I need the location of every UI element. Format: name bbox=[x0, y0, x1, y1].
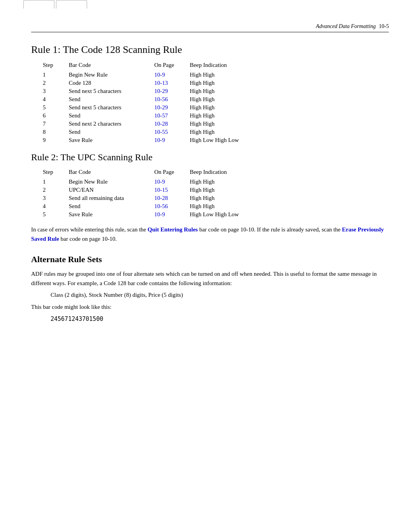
rule2-step-2: 2 bbox=[43, 186, 69, 194]
alternate-rule-sets-title: Alternate Rule Sets bbox=[31, 254, 389, 264]
table-row: 7 Send next 2 characters 10-28 High High bbox=[43, 120, 254, 128]
tab-decorations bbox=[23, 0, 87, 9]
rule2-barcode-1: Begin New Rule bbox=[69, 178, 154, 186]
rule1-col-beep: Beep Indication bbox=[190, 61, 254, 71]
rule1-onpage-7: 10-28 bbox=[154, 120, 190, 128]
rule1-step-4: 4 bbox=[43, 95, 69, 103]
rule1-step-3: 3 bbox=[43, 87, 69, 95]
rule1-barcode-9: Save Rule bbox=[69, 136, 154, 144]
rule1-barcode-6: Send bbox=[69, 112, 154, 120]
rule1-table: Step Bar Code On Page Beep Indication 1 … bbox=[43, 61, 254, 144]
rule1-header-row: Step Bar Code On Page Beep Indication bbox=[43, 61, 254, 71]
rule1-onpage-4: 10-56 bbox=[154, 95, 190, 103]
rule1-onpage-6: 10-57 bbox=[154, 112, 190, 120]
rule1-onpage-9: 10-9 bbox=[154, 136, 190, 144]
rule1-barcode-3: Send next 5 characters bbox=[69, 87, 154, 95]
rule1-barcode-5: Send next 5 characters bbox=[69, 103, 154, 112]
rule2-step-3: 3 bbox=[43, 194, 69, 202]
rule1-col-onpage: On Page bbox=[154, 61, 190, 71]
rule2-onpage-5: 10-9 bbox=[154, 210, 190, 219]
rule1-beep-1: High High bbox=[190, 71, 254, 79]
rule2-beep-1: High High bbox=[190, 178, 254, 186]
table-row: 4 Send 10-56 High High bbox=[43, 95, 254, 103]
header-page: 10-5 bbox=[379, 23, 389, 30]
page: Advanced Data Formatting 10-5 Rule 1: Th… bbox=[0, 0, 420, 350]
rule2-beep-5: High Low High Low bbox=[190, 210, 254, 219]
rule1-beep-3: High High bbox=[190, 87, 254, 95]
rule1-step-2: 2 bbox=[43, 79, 69, 87]
rule1-onpage-3: 10-29 bbox=[154, 87, 190, 95]
rule2-onpage-1: 10-9 bbox=[154, 178, 190, 186]
example-code: 245671243701500 bbox=[51, 315, 389, 322]
table-row: 5 Send next 5 characters 10-29 High High bbox=[43, 103, 254, 112]
rule1-onpage-8: 10-55 bbox=[154, 128, 190, 136]
rule1-barcode-7: Send next 2 characters bbox=[69, 120, 154, 128]
table-row: 8 Send 10-55 High High bbox=[43, 128, 254, 136]
rule1-beep-6: High High bbox=[190, 112, 254, 120]
rule1-step-7: 7 bbox=[43, 120, 69, 128]
rule2-col-barcode: Bar Code bbox=[69, 168, 154, 178]
table-row: 2 Code 128 10-13 High High bbox=[43, 79, 254, 87]
rule2-barcode-5: Save Rule bbox=[69, 210, 154, 219]
rule1-beep-5: High High bbox=[190, 103, 254, 112]
rule2-beep-2: High High bbox=[190, 186, 254, 194]
rule2-col-step: Step bbox=[43, 168, 69, 178]
alternate-rule-sets-description: ADF rules may be grouped into one of fou… bbox=[31, 269, 389, 288]
rule1-beep-7: High High bbox=[190, 120, 254, 128]
rule2-col-onpage: On Page bbox=[154, 168, 190, 178]
table-row: 1 Begin New Rule 10-9 High High bbox=[43, 71, 254, 79]
rule1-step-8: 8 bbox=[43, 128, 69, 136]
error-before-quit: In case of errors while entering this ru… bbox=[31, 226, 147, 233]
rule1-step-6: 6 bbox=[43, 112, 69, 120]
rule2-header-row: Step Bar Code On Page Beep Indication bbox=[43, 168, 254, 178]
rule2-col-beep: Beep Indication bbox=[190, 168, 254, 178]
rule2-step-4: 4 bbox=[43, 202, 69, 210]
alternate-rule-sets-section: Alternate Rule Sets ADF rules may be gro… bbox=[31, 254, 389, 322]
rule2-onpage-2: 10-15 bbox=[154, 186, 190, 194]
rule1-beep-4: High High bbox=[190, 95, 254, 103]
tab-shape-2 bbox=[56, 0, 87, 9]
rule2-section: Rule 2: The UPC Scanning Rule Step Bar C… bbox=[31, 152, 389, 219]
example-class-text: Class (2 digits), Stock Number (8) digit… bbox=[51, 292, 389, 298]
rule2-onpage-3: 10-28 bbox=[154, 194, 190, 202]
rule2-table: Step Bar Code On Page Beep Indication 1 … bbox=[43, 168, 254, 219]
rule1-barcode-2: Code 128 bbox=[69, 79, 154, 87]
header-title: Advanced Data Formatting bbox=[316, 23, 376, 30]
table-row: 2 UPC/EAN 10-15 High High bbox=[43, 186, 254, 194]
rule1-onpage-2: 10-13 bbox=[154, 79, 190, 87]
rule2-beep-4: High High bbox=[190, 202, 254, 210]
rule1-step-1: 1 bbox=[43, 71, 69, 79]
rule2-barcode-3: Send all remaining data bbox=[69, 194, 154, 202]
rule1-barcode-4: Send bbox=[69, 95, 154, 103]
rule1-beep-8: High High bbox=[190, 128, 254, 136]
rule1-step-5: 5 bbox=[43, 103, 69, 112]
rule1-beep-2: High High bbox=[190, 79, 254, 87]
table-row: 9 Save Rule 10-9 High Low High Low bbox=[43, 136, 254, 144]
rule1-onpage-1: 10-9 bbox=[154, 71, 190, 79]
rule1-barcode-8: Send bbox=[69, 128, 154, 136]
table-row: 3 Send all remaining data 10-28 High Hig… bbox=[43, 194, 254, 202]
error-middle: bar code on page 10-10. If the rule is a… bbox=[198, 226, 342, 233]
error-after-erase: bar code on page 10-10. bbox=[59, 236, 117, 242]
error-paragraph: In case of errors while entering this ru… bbox=[31, 225, 389, 243]
quit-entering-rules-link[interactable]: Quit Entering Rules bbox=[147, 226, 198, 233]
example-intro-text: This bar code might look like this: bbox=[31, 302, 389, 312]
rule2-step-5: 5 bbox=[43, 210, 69, 219]
rule1-onpage-5: 10-29 bbox=[154, 103, 190, 112]
rule2-barcode-2: UPC/EAN bbox=[69, 186, 154, 194]
table-row: 4 Send 10-56 High High bbox=[43, 202, 254, 210]
table-row: 6 Send 10-57 High High bbox=[43, 112, 254, 120]
rule1-step-9: 9 bbox=[43, 136, 69, 144]
rule1-col-barcode: Bar Code bbox=[69, 61, 154, 71]
rule1-section: Rule 1: The Code 128 Scanning Rule Step … bbox=[31, 44, 389, 144]
rule2-barcode-4: Send bbox=[69, 202, 154, 210]
page-header: Advanced Data Formatting 10-5 bbox=[31, 23, 389, 32]
tab-shape-1 bbox=[23, 0, 54, 9]
table-row: 3 Send next 5 characters 10-29 High High bbox=[43, 87, 254, 95]
table-row: 5 Save Rule 10-9 High Low High Low bbox=[43, 210, 254, 219]
table-row: 1 Begin New Rule 10-9 High High bbox=[43, 178, 254, 186]
rule1-col-step: Step bbox=[43, 61, 69, 71]
rule2-beep-3: High High bbox=[190, 194, 254, 202]
rule1-barcode-1: Begin New Rule bbox=[69, 71, 154, 79]
rule2-title: Rule 2: The UPC Scanning Rule bbox=[31, 152, 389, 163]
